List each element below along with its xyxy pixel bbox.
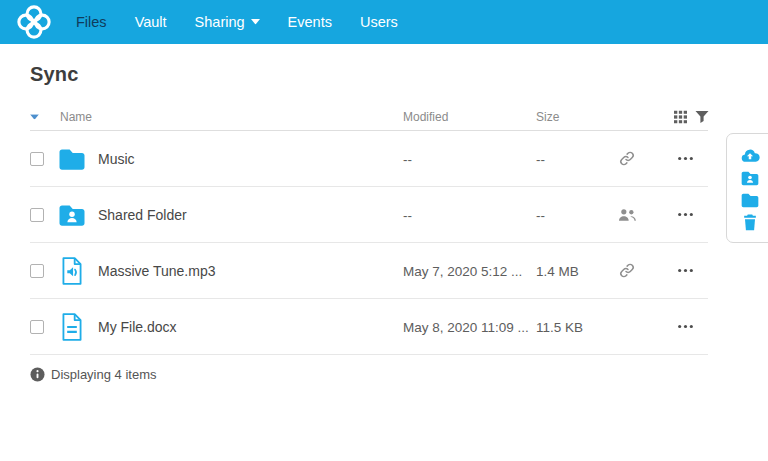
- action-panel: [726, 133, 768, 243]
- folder-shared-icon: [740, 168, 760, 188]
- nav-item-vault[interactable]: Vault: [121, 0, 181, 44]
- file-list: Music -- -- Shared Folder -- -- Massive …: [30, 131, 708, 355]
- row-checkbox[interactable]: [30, 264, 44, 278]
- nav-item-users[interactable]: Users: [346, 0, 412, 44]
- row-checkbox[interactable]: [30, 320, 44, 334]
- nav-item-events[interactable]: Events: [274, 0, 346, 44]
- page-title: Sync: [30, 63, 79, 86]
- column-header-size[interactable]: Size: [536, 110, 559, 124]
- trash-icon: [740, 212, 760, 232]
- file-modified: --: [403, 207, 412, 222]
- folder-icon: [56, 143, 88, 175]
- file-size: --: [536, 207, 545, 222]
- grid-view-icon[interactable]: [674, 110, 687, 123]
- nav-item-sharing[interactable]: Sharing: [181, 0, 274, 44]
- top-navbar: FilesVaultSharingEventsUsers: [0, 0, 768, 44]
- share-folder-button[interactable]: [739, 167, 761, 188]
- sync-logo-icon[interactable]: [15, 3, 53, 41]
- sort-dropdown-icon[interactable]: [30, 114, 39, 120]
- row-options-icon[interactable]: [670, 262, 700, 280]
- table-header: Name Modified Size: [30, 103, 708, 131]
- chevron-down-icon: [251, 19, 260, 25]
- file-modified: May 7, 2020 5:12 ...: [403, 263, 522, 278]
- folder-shared-icon: [56, 199, 88, 231]
- nav-item-label: Users: [360, 0, 398, 44]
- folder-icon: [740, 190, 760, 210]
- file-modified: --: [403, 151, 412, 166]
- link-icon[interactable]: [614, 261, 640, 281]
- link-icon[interactable]: [614, 149, 640, 169]
- row-options-icon[interactable]: [670, 206, 700, 224]
- file-doc-icon: [56, 311, 88, 343]
- nav-item-label: Events: [288, 0, 332, 44]
- file-name-link[interactable]: Shared Folder: [98, 207, 187, 223]
- status-bar: Displaying 4 items: [30, 367, 157, 382]
- file-name-link[interactable]: Music: [98, 151, 135, 167]
- file-name-link[interactable]: My File.docx: [98, 319, 177, 335]
- delete-button[interactable]: [739, 211, 761, 232]
- info-icon: [30, 367, 45, 382]
- main-nav: FilesVaultSharingEventsUsers: [62, 0, 412, 44]
- file-size: 1.4 MB: [536, 263, 579, 278]
- nav-item-label: Sharing: [195, 0, 245, 44]
- items-count-label: Displaying 4 items: [51, 367, 157, 382]
- file-audio-icon: [56, 255, 88, 287]
- column-header-modified[interactable]: Modified: [403, 110, 448, 124]
- row-options-icon[interactable]: [670, 318, 700, 336]
- nav-item-label: Files: [76, 0, 107, 44]
- file-modified: May 8, 2020 11:09 ...: [403, 319, 529, 334]
- row-checkbox[interactable]: [30, 208, 44, 222]
- file-row[interactable]: Music -- --: [30, 131, 708, 187]
- file-row[interactable]: Shared Folder -- --: [30, 187, 708, 243]
- users-icon[interactable]: [614, 205, 640, 225]
- filter-icon[interactable]: [695, 110, 709, 123]
- file-name-link[interactable]: Massive Tune.mp3: [98, 263, 216, 279]
- file-table: Name Modified Size Music -- -- Shared Fo…: [30, 103, 708, 355]
- file-row[interactable]: My File.docx May 8, 2020 11:09 ... 11.5 …: [30, 299, 708, 355]
- nav-item-files[interactable]: Files: [62, 0, 121, 44]
- cloud-up-icon: [740, 146, 760, 166]
- column-header-name[interactable]: Name: [60, 110, 92, 124]
- upload-button[interactable]: [739, 145, 761, 166]
- row-checkbox[interactable]: [30, 152, 44, 166]
- new-folder-button[interactable]: [739, 189, 761, 210]
- file-row[interactable]: Massive Tune.mp3 May 7, 2020 5:12 ... 1.…: [30, 243, 708, 299]
- nav-item-label: Vault: [135, 0, 167, 44]
- file-size: --: [536, 151, 545, 166]
- row-options-icon[interactable]: [670, 150, 700, 168]
- file-size: 11.5 KB: [536, 319, 583, 334]
